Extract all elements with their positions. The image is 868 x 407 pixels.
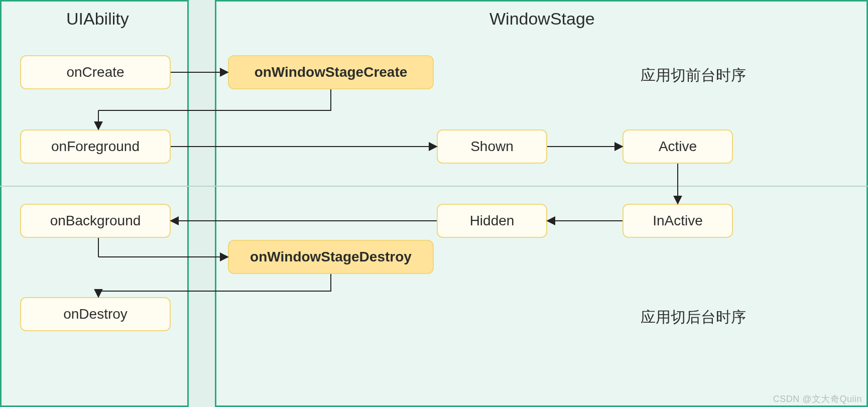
annotation-foreground: 应用切前台时序: [641, 65, 746, 86]
diagram-canvas: UIAbility WindowStage onCreate onWindowS…: [0, 0, 868, 407]
node-active: Active: [623, 129, 733, 164]
node-hidden: Hidden: [437, 204, 547, 238]
node-ondestroy: onDestroy: [20, 297, 171, 331]
node-onbackground: onBackground: [20, 204, 171, 238]
column-gap: [189, 0, 215, 407]
column-title-right: WindowStage: [489, 10, 595, 27]
annotation-background: 应用切后台时序: [641, 307, 746, 328]
midline-divider: [0, 186, 868, 187]
node-oncreate: onCreate: [20, 55, 171, 89]
node-onwindowstagedestroy: onWindowStageDestroy: [228, 240, 434, 274]
watermark: CSDN @文大奇Quiin: [773, 393, 862, 405]
column-title-left: UIAbility: [66, 10, 129, 27]
node-inactive: InActive: [623, 204, 733, 238]
node-onwindowstagecreate: onWindowStageCreate: [228, 55, 434, 89]
node-shown: Shown: [437, 129, 547, 164]
node-onforeground: onForeground: [20, 129, 171, 164]
